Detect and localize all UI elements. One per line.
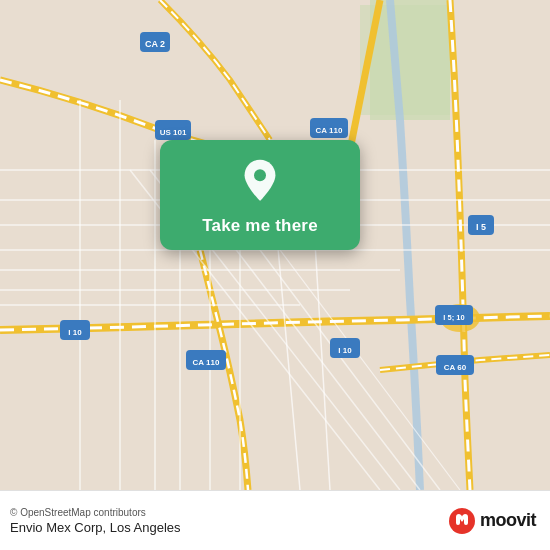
osm-credit: © OpenStreetMap contributors [10, 507, 181, 518]
take-me-button-label: Take me there [202, 216, 318, 236]
svg-text:I 10: I 10 [338, 346, 352, 355]
moovit-logo: moovit [448, 507, 536, 535]
svg-text:CA 110: CA 110 [193, 358, 220, 367]
svg-text:I 10: I 10 [68, 328, 82, 337]
svg-text:I 5; 10: I 5; 10 [443, 313, 464, 322]
svg-text:I 5: I 5 [476, 222, 486, 232]
take-me-card[interactable]: Take me there [160, 140, 360, 250]
location-pin-icon [236, 158, 284, 206]
moovit-text: moovit [480, 510, 536, 531]
moovit-icon-svg [448, 507, 476, 535]
svg-text:US 101: US 101 [160, 128, 187, 137]
svg-point-43 [254, 169, 266, 181]
place-info: Envio Mex Corp, Los Angeles [10, 520, 181, 535]
svg-text:CA 60: CA 60 [444, 363, 467, 372]
map-container: CA 2 US 101 CA 110 I 5 I 10 CA 110 I 5; … [0, 0, 550, 490]
svg-text:CA 2: CA 2 [145, 39, 165, 49]
svg-text:CA 110: CA 110 [316, 126, 343, 135]
bottom-bar: © OpenStreetMap contributors Envio Mex C… [0, 490, 550, 550]
